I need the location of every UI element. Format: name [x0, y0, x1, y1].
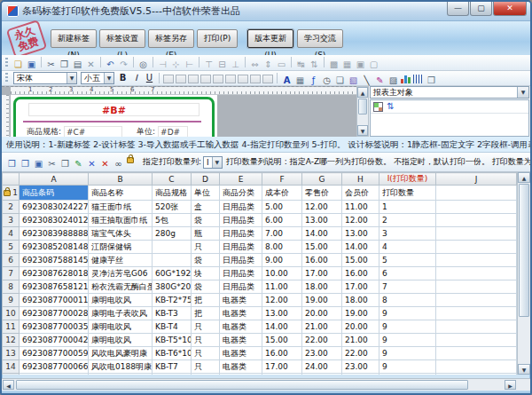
- column-header[interactable]: F: [262, 173, 302, 186]
- cell[interactable]: [436, 241, 517, 254]
- cell[interactable]: 只: [192, 374, 220, 375]
- cell[interactable]: 只: [192, 347, 220, 360]
- copy-icon[interactable]: ❐: [59, 158, 71, 170]
- preview-icon[interactable]: ◎: [137, 59, 149, 71]
- cell[interactable]: 6923085208148: [20, 241, 89, 254]
- cell[interactable]: [436, 334, 517, 347]
- bold-button[interactable]: B: [117, 72, 129, 84]
- cell[interactable]: 13.00: [262, 307, 302, 320]
- scroll-thumb[interactable]: [16, 380, 468, 390]
- cell[interactable]: 19.00: [342, 307, 379, 320]
- cell[interactable]: 520张: [153, 201, 192, 214]
- print-column-combo[interactable]: I ▼: [203, 156, 223, 169]
- function-icon[interactable]: ƒ: [308, 75, 319, 87]
- barcode-icon[interactable]: [413, 75, 424, 83]
- cell[interactable]: 8: [379, 294, 436, 307]
- cell[interactable]: 6923087700042: [20, 334, 89, 347]
- header-cell[interactable]: 商品规格: [153, 186, 192, 201]
- cell[interactable]: 8.00: [262, 241, 302, 254]
- cell[interactable]: 12.00: [262, 294, 302, 307]
- header-cell[interactable]: 商品条码: [20, 186, 89, 201]
- scroll-left-icon[interactable]: ◀: [3, 380, 14, 390]
- sort-az-icon[interactable]: ⇅: [385, 100, 396, 113]
- column-header[interactable]: D: [192, 173, 220, 186]
- unit-field-object[interactable]: #D#: [158, 126, 188, 137]
- clear-icon[interactable]: ✕: [86, 158, 98, 170]
- frame-style-icon[interactable]: [250, 75, 261, 83]
- cell[interactable]: 电器类: [220, 347, 262, 360]
- cell[interactable]: 风吹电0188明康: [89, 360, 153, 374]
- column-header[interactable]: A: [20, 173, 89, 186]
- header-cell[interactable]: [436, 186, 517, 201]
- cell[interactable]: 日用品类: [220, 227, 262, 241]
- cell[interactable]: 21.00: [342, 334, 379, 347]
- cell[interactable]: 6923087700059: [20, 347, 89, 360]
- redo-icon[interactable]: ↷: [118, 59, 129, 71]
- object-list[interactable]: ⇅: [370, 99, 529, 137]
- cell[interactable]: 9: [379, 347, 436, 360]
- frame-style-icon[interactable]: [176, 75, 186, 83]
- cell[interactable]: [436, 360, 517, 374]
- cell[interactable]: 18.00: [342, 294, 379, 307]
- cell[interactable]: 只: [192, 360, 220, 374]
- cell[interactable]: 17.00: [262, 360, 302, 374]
- cell[interactable]: 7: [379, 280, 436, 294]
- cell[interactable]: 15.00: [302, 241, 342, 254]
- cell[interactable]: 6923087628018: [20, 267, 89, 280]
- cell[interactable]: [436, 294, 517, 307]
- frame-style-icon[interactable]: [200, 75, 211, 83]
- cell[interactable]: KB-T6*1000W: [153, 347, 192, 360]
- cell[interactable]: 江阴保健锅: [89, 241, 153, 254]
- cell[interactable]: [436, 320, 517, 334]
- label-settings-button[interactable]: 标签设置(L): [99, 29, 145, 48]
- column-header[interactable]: C: [153, 173, 192, 186]
- frame-style-icon[interactable]: [262, 75, 273, 83]
- title-field-object[interactable]: #B#: [28, 103, 200, 116]
- time-icon[interactable]: ◷: [321, 75, 332, 87]
- row-number[interactable]: 13: [3, 347, 20, 360]
- cell[interactable]: 10.00: [262, 267, 302, 280]
- header-cell[interactable]: 商品名称: [89, 186, 153, 201]
- cell[interactable]: [153, 241, 192, 254]
- line-icon[interactable]: ╲: [361, 75, 372, 87]
- column-header[interactable]: H: [342, 173, 379, 186]
- cell[interactable]: 16.00: [342, 267, 379, 280]
- header-cell[interactable]: 单位: [192, 186, 220, 201]
- pen-icon[interactable]: ✎: [374, 75, 386, 87]
- scroll-up-icon[interactable]: ▲: [518, 172, 530, 183]
- cell[interactable]: 日用品类: [220, 214, 262, 227]
- cell[interactable]: 23.00: [302, 347, 342, 360]
- cell[interactable]: 16.00: [262, 347, 302, 360]
- grid-horizontal-scrollbar[interactable]: ◀ ▶: [2, 378, 530, 391]
- cell[interactable]: 康明电吹风: [89, 374, 153, 375]
- save-icon[interactable]: ▣: [26, 59, 37, 71]
- paste-icon[interactable]: ▤: [72, 59, 83, 71]
- cell[interactable]: 康明电吹风: [89, 294, 153, 307]
- toolbar-grip[interactable]: [5, 73, 8, 83]
- cell[interactable]: 6923087700011: [20, 294, 89, 307]
- cell[interactable]: 把: [192, 294, 220, 307]
- print-button[interactable]: 打印(P): [197, 29, 238, 48]
- cell[interactable]: 6923083024012: [20, 214, 89, 227]
- frame-style-icon[interactable]: [238, 75, 248, 83]
- designer-scrollbar[interactable]: ▲ ▼: [356, 86, 369, 137]
- copy-icon[interactable]: ❐: [59, 59, 70, 71]
- close-button[interactable]: ✕: [493, 2, 527, 16]
- corner-cell[interactable]: [3, 173, 20, 186]
- cell[interactable]: [436, 227, 517, 241]
- cut-icon[interactable]: ✂: [45, 59, 57, 71]
- cell[interactable]: 3: [379, 227, 436, 241]
- row-number[interactable]: 5: [3, 241, 20, 254]
- frame-style-icon[interactable]: [225, 75, 236, 83]
- cell[interactable]: 12.00: [342, 214, 379, 227]
- page-icon[interactable]: ❏: [334, 75, 346, 87]
- cell[interactable]: 5包: [153, 214, 192, 227]
- undo-icon[interactable]: ↶: [105, 59, 116, 71]
- cell[interactable]: 把: [192, 307, 220, 320]
- cell[interactable]: 康明电吹风: [89, 320, 153, 334]
- cell[interactable]: 18.00: [302, 280, 342, 294]
- spec-field-object[interactable]: #C#: [64, 126, 122, 137]
- cell[interactable]: [436, 374, 517, 375]
- cell[interactable]: 电器类: [220, 360, 262, 374]
- cell[interactable]: 17.00: [302, 267, 342, 280]
